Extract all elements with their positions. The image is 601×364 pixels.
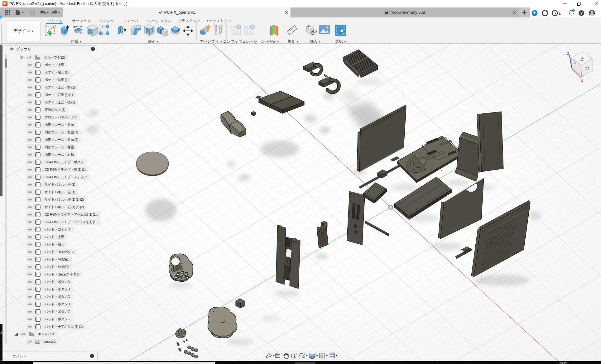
svg-text:1: 1 [559,11,561,16]
svg-text:Z: Z [567,51,569,56]
svg-text:X: X [581,79,583,83]
svg-text:?: ? [580,11,583,16]
